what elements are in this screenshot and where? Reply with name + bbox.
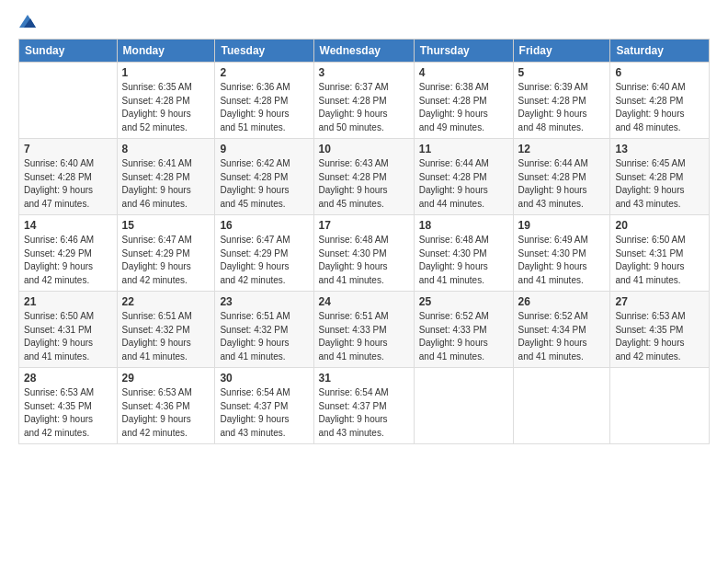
calendar-week-3: 21Sunrise: 6:50 AM Sunset: 4:31 PM Dayli… (19, 292, 710, 368)
logo (18, 15, 36, 29)
day-info: Sunrise: 6:39 AM Sunset: 4:28 PM Dayligh… (518, 81, 606, 134)
day-number: 31 (319, 372, 409, 385)
day-number: 16 (220, 219, 308, 232)
calendar-cell: 31Sunrise: 6:54 AM Sunset: 4:37 PM Dayli… (313, 368, 414, 444)
calendar-cell: 1Sunrise: 6:35 AM Sunset: 4:28 PM Daylig… (117, 63, 215, 139)
day-number: 8 (122, 143, 210, 155)
calendar-cell: 14Sunrise: 6:46 AM Sunset: 4:29 PM Dayli… (19, 215, 118, 292)
calendar-week-1: 7Sunrise: 6:40 AM Sunset: 4:28 PM Daylig… (19, 139, 710, 215)
day-number: 2 (220, 66, 308, 79)
day-number: 27 (615, 295, 704, 308)
day-number: 1 (122, 66, 210, 79)
page: SundayMondayTuesdayWednesdayThursdayFrid… (0, 0, 728, 563)
calendar-week-4: 28Sunrise: 6:53 AM Sunset: 4:35 PM Dayli… (19, 368, 710, 444)
day-info: Sunrise: 6:47 AM Sunset: 4:29 PM Dayligh… (220, 234, 308, 287)
day-info: Sunrise: 6:53 AM Sunset: 4:36 PM Dayligh… (122, 386, 210, 440)
day-info: Sunrise: 6:50 AM Sunset: 4:31 PM Dayligh… (24, 310, 112, 363)
day-number: 29 (122, 372, 210, 385)
day-info: Sunrise: 6:37 AM Sunset: 4:28 PM Dayligh… (319, 81, 409, 134)
day-info: Sunrise: 6:51 AM Sunset: 4:32 PM Dayligh… (220, 310, 308, 363)
day-info: Sunrise: 6:54 AM Sunset: 4:37 PM Dayligh… (220, 386, 308, 440)
calendar-cell: 17Sunrise: 6:48 AM Sunset: 4:30 PM Dayli… (313, 215, 414, 292)
day-number: 21 (24, 295, 112, 308)
day-number: 6 (615, 66, 704, 79)
calendar-cell (513, 368, 610, 444)
day-info: Sunrise: 6:36 AM Sunset: 4:28 PM Dayligh… (220, 81, 308, 134)
day-number: 10 (319, 143, 409, 155)
calendar-cell: 26Sunrise: 6:52 AM Sunset: 4:34 PM Dayli… (513, 292, 610, 368)
logo-icon (19, 15, 36, 28)
day-info: Sunrise: 6:51 AM Sunset: 4:32 PM Dayligh… (122, 310, 210, 363)
day-number: 13 (615, 143, 704, 155)
day-number: 11 (419, 143, 508, 155)
calendar-cell: 19Sunrise: 6:49 AM Sunset: 4:30 PM Dayli… (513, 215, 610, 292)
day-number: 26 (518, 295, 606, 308)
calendar-header-saturday: Saturday (610, 40, 710, 63)
day-info: Sunrise: 6:54 AM Sunset: 4:37 PM Dayligh… (319, 386, 409, 440)
calendar-cell: 23Sunrise: 6:51 AM Sunset: 4:32 PM Dayli… (215, 292, 313, 368)
calendar-cell: 10Sunrise: 6:43 AM Sunset: 4:28 PM Dayli… (313, 139, 414, 215)
calendar-table: SundayMondayTuesdayWednesdayThursdayFrid… (18, 39, 710, 444)
day-info: Sunrise: 6:52 AM Sunset: 4:34 PM Dayligh… (518, 310, 606, 363)
calendar-cell: 24Sunrise: 6:51 AM Sunset: 4:33 PM Dayli… (313, 292, 414, 368)
calendar-cell: 5Sunrise: 6:39 AM Sunset: 4:28 PM Daylig… (513, 63, 610, 139)
calendar-cell: 25Sunrise: 6:52 AM Sunset: 4:33 PM Dayli… (414, 292, 513, 368)
day-number: 17 (319, 219, 409, 232)
calendar-cell (19, 63, 118, 139)
calendar-cell (610, 368, 710, 444)
day-number: 30 (220, 372, 308, 385)
day-info: Sunrise: 6:40 AM Sunset: 4:28 PM Dayligh… (24, 157, 112, 211)
day-info: Sunrise: 6:35 AM Sunset: 4:28 PM Dayligh… (122, 81, 210, 134)
calendar-cell: 8Sunrise: 6:41 AM Sunset: 4:28 PM Daylig… (117, 139, 215, 215)
calendar-header-row: SundayMondayTuesdayWednesdayThursdayFrid… (19, 40, 710, 63)
day-info: Sunrise: 6:38 AM Sunset: 4:28 PM Dayligh… (419, 81, 508, 134)
day-number: 20 (615, 219, 704, 232)
day-info: Sunrise: 6:52 AM Sunset: 4:33 PM Dayligh… (419, 310, 508, 363)
calendar-cell: 29Sunrise: 6:53 AM Sunset: 4:36 PM Dayli… (117, 368, 215, 444)
calendar-cell: 18Sunrise: 6:48 AM Sunset: 4:30 PM Dayli… (414, 215, 513, 292)
day-number: 7 (24, 143, 112, 155)
calendar-cell: 9Sunrise: 6:42 AM Sunset: 4:28 PM Daylig… (215, 139, 313, 215)
calendar-header-tuesday: Tuesday (215, 40, 313, 63)
day-number: 18 (419, 219, 508, 232)
calendar-cell: 16Sunrise: 6:47 AM Sunset: 4:29 PM Dayli… (215, 215, 313, 292)
day-number: 15 (122, 219, 210, 232)
day-info: Sunrise: 6:43 AM Sunset: 4:28 PM Dayligh… (319, 157, 409, 211)
calendar-cell: 6Sunrise: 6:40 AM Sunset: 4:28 PM Daylig… (610, 63, 710, 139)
calendar-header-wednesday: Wednesday (313, 40, 414, 63)
calendar-cell: 2Sunrise: 6:36 AM Sunset: 4:28 PM Daylig… (215, 63, 313, 139)
calendar-cell: 20Sunrise: 6:50 AM Sunset: 4:31 PM Dayli… (610, 215, 710, 292)
day-number: 9 (220, 143, 308, 155)
day-number: 24 (319, 295, 409, 308)
calendar-cell: 12Sunrise: 6:44 AM Sunset: 4:28 PM Dayli… (513, 139, 610, 215)
calendar-header-sunday: Sunday (19, 40, 118, 63)
calendar-cell: 13Sunrise: 6:45 AM Sunset: 4:28 PM Dayli… (610, 139, 710, 215)
day-number: 25 (419, 295, 508, 308)
day-info: Sunrise: 6:45 AM Sunset: 4:28 PM Dayligh… (615, 157, 704, 211)
day-info: Sunrise: 6:44 AM Sunset: 4:28 PM Dayligh… (419, 157, 508, 211)
calendar-cell: 15Sunrise: 6:47 AM Sunset: 4:29 PM Dayli… (117, 215, 215, 292)
calendar-header-monday: Monday (117, 40, 215, 63)
day-number: 22 (122, 295, 210, 308)
calendar-week-2: 14Sunrise: 6:46 AM Sunset: 4:29 PM Dayli… (19, 215, 710, 292)
day-info: Sunrise: 6:41 AM Sunset: 4:28 PM Dayligh… (122, 157, 210, 211)
calendar-cell: 22Sunrise: 6:51 AM Sunset: 4:32 PM Dayli… (117, 292, 215, 368)
day-info: Sunrise: 6:53 AM Sunset: 4:35 PM Dayligh… (24, 386, 112, 440)
day-info: Sunrise: 6:42 AM Sunset: 4:28 PM Dayligh… (220, 157, 308, 211)
calendar-cell (414, 368, 513, 444)
calendar-cell: 11Sunrise: 6:44 AM Sunset: 4:28 PM Dayli… (414, 139, 513, 215)
calendar-header-friday: Friday (513, 40, 610, 63)
day-number: 28 (24, 372, 112, 385)
day-info: Sunrise: 6:40 AM Sunset: 4:28 PM Dayligh… (615, 81, 704, 134)
day-number: 3 (319, 66, 409, 79)
calendar-header-thursday: Thursday (414, 40, 513, 63)
day-info: Sunrise: 6:44 AM Sunset: 4:28 PM Dayligh… (518, 157, 606, 211)
day-number: 12 (518, 143, 606, 155)
header (18, 15, 710, 29)
calendar-cell: 4Sunrise: 6:38 AM Sunset: 4:28 PM Daylig… (414, 63, 513, 139)
day-number: 23 (220, 295, 308, 308)
day-number: 19 (518, 219, 606, 232)
logo-text (18, 15, 36, 29)
calendar-cell: 30Sunrise: 6:54 AM Sunset: 4:37 PM Dayli… (215, 368, 313, 444)
calendar-cell: 27Sunrise: 6:53 AM Sunset: 4:35 PM Dayli… (610, 292, 710, 368)
